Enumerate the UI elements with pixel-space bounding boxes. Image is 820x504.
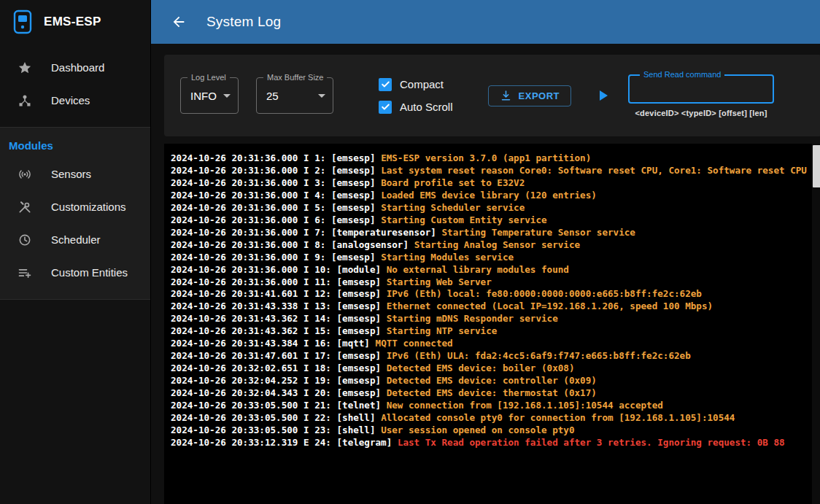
- log-line-prefix: 2024-10-26 20:33:05.500 I 22: [shell]: [171, 412, 381, 423]
- log-line-prefix: 2024-10-26 20:31:36.000 I 11: [emsesp]: [171, 276, 387, 287]
- log-controls-card: Log Level INFO Max Buffer Size 25: [164, 55, 820, 136]
- log-level-select[interactable]: Log Level INFO: [180, 77, 239, 114]
- log-line-message: IPv6 (Eth) ULA: fda2:4cc5:6af9:f747:e665…: [387, 350, 691, 361]
- log-line-message: No external library modules found: [387, 264, 569, 275]
- log-line-message: Starting Scheduler service: [381, 202, 525, 213]
- compact-checkbox[interactable]: Compact: [379, 78, 453, 91]
- send-read-group: Send Read command <deviceID> <typeID> [o…: [628, 74, 774, 117]
- log-line: 2024-10-26 20:31:41.601 I 12: [emsesp] I…: [171, 288, 807, 301]
- log-line-message: Allocated console pty0 for connection fr…: [381, 412, 735, 423]
- star-icon: [18, 61, 32, 75]
- max-buffer-select[interactable]: Max Buffer Size 25: [256, 77, 333, 114]
- log-line: 2024-10-26 20:32:04.343 I 20: [emsesp] D…: [171, 387, 807, 400]
- export-button-label: EXPORT: [519, 90, 560, 101]
- log-line-prefix: 2024-10-26 20:31:36.000 I 1: [emsesp]: [171, 152, 381, 163]
- back-button[interactable]: [170, 13, 187, 31]
- log-line-prefix: 2024-10-26 20:31:36.000 I 10: [module]: [171, 264, 387, 275]
- playlist-add-icon: [18, 265, 32, 280]
- log-line: 2024-10-26 20:31:43.362 I 14: [emsesp] S…: [171, 313, 807, 325]
- sidebar-item-custom-entities[interactable]: Custom Entities: [0, 256, 150, 289]
- sidebar-item-sensors[interactable]: Sensors: [0, 158, 150, 190]
- log-line: 2024-10-26 20:31:36.000 I 6: [emsesp] St…: [171, 214, 807, 227]
- sidebar-item-scheduler[interactable]: Scheduler: [0, 223, 150, 256]
- app-title: EMS-ESP: [44, 15, 101, 29]
- log-line-message: Last Tx Read operation failed after 3 re…: [398, 437, 785, 448]
- log-line: 2024-10-26 20:32:02.651 I 18: [emsesp] D…: [171, 363, 807, 375]
- log-line-prefix: 2024-10-26 20:31:36.000 I 3: [emsesp]: [171, 177, 381, 188]
- log-line: 2024-10-26 20:31:36.000 I 7: [temperatur…: [171, 227, 807, 239]
- max-buffer-value: 25: [266, 90, 279, 102]
- sidebar-item-label: Customizations: [51, 201, 126, 213]
- log-line-message: Starting mDNS Responder service: [387, 313, 558, 324]
- sidebar-item-label: Sensors: [51, 168, 91, 180]
- checkbox-column: Compact Auto Scroll: [379, 78, 453, 114]
- download-icon: [500, 90, 512, 102]
- device-hub-icon: [18, 93, 32, 108]
- sidebar-item-label: Custom Entities: [51, 266, 128, 279]
- log-line: 2024-10-26 20:31:36.000 I 4: [emsesp] Lo…: [171, 190, 807, 202]
- sidebar-modules-section: Modules Sensors: [0, 127, 150, 300]
- chevron-down-icon: [223, 94, 231, 98]
- sidebar-item-devices[interactable]: Devices: [0, 84, 150, 117]
- log-line: 2024-10-26 20:31:36.000 I 8: [analogsens…: [171, 239, 807, 252]
- log-line: 2024-10-26 20:31:43.338 I 13: [emsesp] E…: [171, 301, 807, 313]
- log-line: 2024-10-26 20:31:43.362 I 15: [emsesp] S…: [171, 325, 807, 338]
- log-line: 2024-10-26 20:31:36.000 I 1: [emsesp] EM…: [171, 152, 807, 165]
- log-line-prefix: 2024-10-26 20:31:36.000 I 8: [analogsens…: [171, 239, 414, 250]
- send-read-input[interactable]: [637, 83, 765, 95]
- send-read-label: Send Read command: [640, 70, 724, 79]
- log-line-message: MQTT connected: [376, 338, 453, 349]
- log-line-prefix: 2024-10-26 20:31:43.338 I 13: [emsesp]: [171, 301, 387, 311]
- log-level-label: Log Level: [187, 73, 230, 82]
- log-line: 2024-10-26 20:31:43.384 I 16: [mqtt] MQT…: [171, 338, 807, 350]
- sidebar-item-label: Scheduler: [51, 233, 101, 246]
- log-line-prefix: 2024-10-26 20:32:02.651 I 18: [emsesp]: [171, 363, 387, 373]
- appbar: System Log: [151, 0, 820, 44]
- log-level-value: INFO: [190, 90, 217, 102]
- log-line-prefix: 2024-10-26 20:33:05.500 I 21: [telnet]: [171, 400, 387, 411]
- log-line-prefix: 2024-10-26 20:31:36.000 I 5: [emsesp]: [171, 202, 381, 213]
- log-line: 2024-10-26 20:33:05.500 I 21: [telnet] N…: [171, 400, 807, 412]
- log-line-message: User session opened on console pty0: [381, 424, 574, 435]
- export-button[interactable]: EXPORT: [488, 85, 571, 106]
- log-line-message: EMS-ESP version 3.7.0 (app1 partition): [381, 152, 591, 163]
- sidebar-item-dashboard[interactable]: Dashboard: [0, 51, 150, 84]
- log-line: 2024-10-26 20:31:36.000 I 2: [emsesp] La…: [171, 165, 807, 177]
- sidebar-item-label: Devices: [51, 94, 90, 106]
- log-line: 2024-10-26 20:31:36.000 I 11: [emsesp] S…: [171, 276, 807, 289]
- log-line-message: Starting NTP service: [387, 325, 498, 336]
- log-line-prefix: 2024-10-26 20:31:47.601 I 17: [emsesp]: [171, 350, 387, 361]
- log-scrollbar-thumb[interactable]: [813, 145, 820, 187]
- log-line-prefix: 2024-10-26 20:33:05.500 I 23: [shell]: [171, 424, 381, 435]
- max-buffer-label: Max Buffer Size: [263, 73, 327, 82]
- auto-scroll-checkbox[interactable]: Auto Scroll: [379, 101, 453, 114]
- log-line: 2024-10-26 20:33:05.500 I 22: [shell] Al…: [171, 412, 807, 424]
- log-line-message: Starting Web Server: [387, 276, 492, 287]
- sidebar-header: EMS-ESP: [0, 0, 150, 44]
- main-area: System Log Log Level INFO Max Buffer Siz…: [151, 0, 820, 504]
- page-title: System Log: [206, 14, 281, 30]
- log-line-prefix: 2024-10-26 20:31:43.362 I 14: [emsesp]: [171, 313, 387, 324]
- log-line-message: Starting Modules service: [381, 252, 514, 263]
- log-line-message: Loaded EMS device library (120 entries): [381, 190, 597, 201]
- log-line: 2024-10-26 20:33:12.319 E 24: [telegram]…: [171, 437, 807, 449]
- checkbox-checked-icon: [379, 78, 392, 91]
- sidebar-nav-main: Dashboard Devices: [0, 44, 150, 127]
- send-command-play-button[interactable]: [593, 86, 612, 105]
- log-line-prefix: 2024-10-26 20:31:36.000 I 6: [emsesp]: [171, 214, 381, 225]
- log-line-prefix: 2024-10-26 20:31:41.601 I 12: [emsesp]: [171, 288, 387, 299]
- sidebar-item-label: Dashboard: [51, 61, 104, 74]
- log-line: 2024-10-26 20:32:04.252 I 19: [emsesp] D…: [171, 375, 807, 387]
- log-line-prefix: 2024-10-26 20:31:43.362 I 15: [emsesp]: [171, 325, 387, 336]
- log-line-prefix: 2024-10-26 20:32:04.252 I 19: [emsesp]: [171, 375, 387, 386]
- send-read-field: Send Read command: [628, 74, 774, 104]
- log-line: 2024-10-26 20:31:47.601 I 17: [emsesp] I…: [171, 350, 807, 363]
- system-log-panel[interactable]: 2024-10-26 20:31:36.000 I 1: [emsesp] EM…: [164, 144, 820, 504]
- sidebar-item-customizations[interactable]: Customizations: [0, 190, 150, 223]
- log-line-message: Detected EMS device: thermostat (0x17): [387, 387, 597, 398]
- log-line-message: New connection from [192.168.1.105]:1054…: [387, 400, 663, 411]
- log-line: 2024-10-26 20:31:36.000 I 3: [emsesp] Bo…: [171, 177, 807, 190]
- compact-label: Compact: [400, 78, 444, 90]
- log-line-message: Starting Temperature Sensor service: [442, 227, 635, 238]
- log-scrollbar: [812, 144, 820, 504]
